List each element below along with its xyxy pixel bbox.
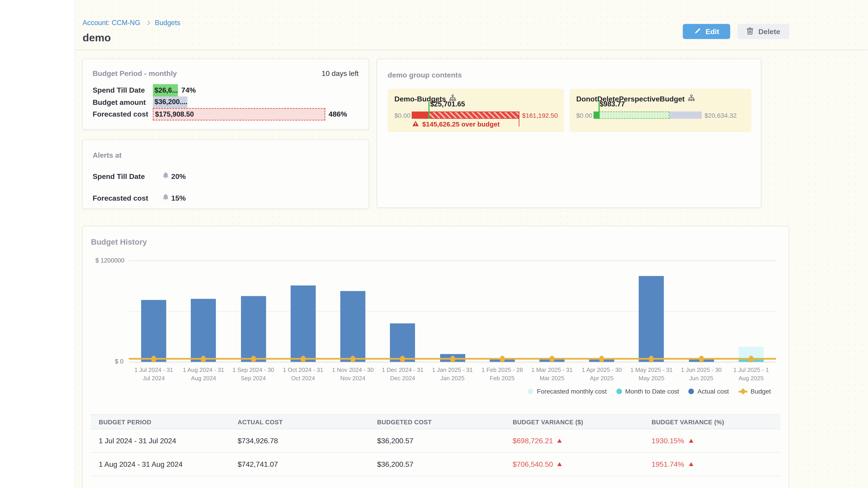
spent-segment bbox=[594, 111, 599, 119]
legend-label: Actual cost bbox=[698, 388, 729, 395]
edit-button[interactable]: Edit bbox=[683, 24, 730, 39]
alerts-card: Alerts at Spend Till Date 20% Forecasted… bbox=[82, 139, 369, 209]
forecasted-cost-percent: 486% bbox=[329, 110, 347, 119]
spend-till-date-bar: $26,6... bbox=[153, 84, 178, 96]
over-budget-segment bbox=[429, 111, 520, 119]
cell-variance-usd: $706,540.50 bbox=[505, 460, 644, 468]
arrow-up-icon bbox=[557, 439, 562, 443]
chart-slot bbox=[328, 260, 378, 362]
budget-item-donot-delete[interactable]: DonotDeletePerspectiveBudget $983.77 $0.… bbox=[569, 89, 752, 132]
col-header-actual-cost: ACTUAL COST bbox=[230, 418, 369, 425]
demo-budgets-min-label: $0.00 bbox=[395, 112, 412, 119]
table-row: 1 Jul 2024 - 31 Jul 2024 $734,926.78 $36… bbox=[91, 429, 780, 453]
budget-history-table: BUDGET PERIOD ACTUAL COST BUDGETED COST … bbox=[91, 414, 780, 476]
hierarchy-icon bbox=[688, 94, 695, 103]
donot-delete-max-label: $20,634.32 bbox=[705, 112, 737, 119]
alert-forecast-label: Forecasted cost bbox=[93, 194, 162, 202]
budget-marker bbox=[550, 355, 555, 362]
x-axis-label: 1 Mar 2025 - 31 Mar 2025 bbox=[527, 366, 577, 383]
x-axis-labels: 1 Jul 2024 - 31 Jul 20241 Aug 2024 - 31 … bbox=[129, 366, 776, 383]
chart-slot bbox=[477, 260, 527, 362]
budget-history-chart: $ 1200000 $ 0 1 Jul 2024 - 31 Jul 20241 … bbox=[83, 248, 789, 410]
x-axis-label: 1 Aug 2024 - 31 Aug 2024 bbox=[179, 366, 228, 383]
chart-slot bbox=[627, 260, 676, 362]
warning-triangle-icon bbox=[412, 121, 419, 128]
budget-amount-label: Budget amount bbox=[93, 98, 153, 106]
cell-actual-cost: $742,741.07 bbox=[230, 460, 369, 468]
budget-detail-page: Account: CCM-NG Budgets demo Edit Delete… bbox=[0, 0, 868, 488]
x-axis-label: 1 Jul 2024 - 31 Jul 2024 bbox=[129, 366, 179, 383]
spend-marker-line bbox=[598, 102, 600, 119]
y-axis-tick-zero: $ 0 bbox=[115, 358, 123, 365]
page-title: demo bbox=[83, 32, 111, 44]
forecasted-cost-row: Forecasted cost $175,908.50 486% bbox=[93, 108, 359, 120]
x-axis-label: 1 Jan 2025 - 31 Jan 2025 bbox=[428, 366, 477, 383]
over-budget-alert-text: $145,626.25 over budget bbox=[422, 121, 500, 128]
legend-item-forecasted-monthly-cost[interactable]: Forecasted monthly cost bbox=[528, 388, 607, 395]
demo-budgets-status-bar bbox=[412, 111, 519, 119]
actual-cost-bar bbox=[290, 286, 315, 362]
cell-budgeted-cost: $36,200.57 bbox=[369, 460, 505, 468]
chart-slot bbox=[428, 260, 477, 362]
alert-row-spend: Spend Till Date 20% bbox=[93, 172, 359, 181]
cell-variance-usd: $698,726.21 bbox=[505, 436, 644, 445]
demo-budgets-max-label: $161,192.50 bbox=[522, 112, 558, 119]
spend-till-date-percent: 74% bbox=[181, 86, 196, 94]
cell-period: 1 Jul 2024 - 31 Jul 2024 bbox=[91, 436, 230, 445]
donot-delete-min-label: $0.00 bbox=[576, 112, 594, 119]
alert-spend-label: Spend Till Date bbox=[93, 172, 162, 180]
budget-period-card: Budget Period - monthly 10 days left Spe… bbox=[82, 59, 369, 130]
legend-item-actual-cost[interactable]: Actual cost bbox=[688, 388, 729, 395]
chevron-right-icon bbox=[145, 21, 150, 25]
demo-budgets-spend-value: $25,701.65 bbox=[430, 100, 465, 108]
chart-legend: Forecasted monthly cost Month to Date co… bbox=[528, 388, 771, 395]
budget-item-demo-budgets[interactable]: Demo-Budgets $25,701.65 $0.00 $161,192.5… bbox=[388, 89, 564, 132]
col-header-budget-period: BUDGET PERIOD bbox=[91, 418, 230, 425]
arrow-up-icon bbox=[689, 462, 693, 466]
chart-slot bbox=[676, 260, 726, 362]
delete-button[interactable]: Delete bbox=[737, 24, 789, 39]
budget-period-title: Budget Period - monthly bbox=[93, 69, 177, 77]
donot-delete-status-bar bbox=[594, 111, 702, 119]
edit-button-label: Edit bbox=[706, 27, 719, 36]
col-header-budget-variance-pct: BUDGET VARIANCE (%) bbox=[644, 418, 780, 425]
actual-swatch-icon bbox=[688, 389, 694, 394]
donot-delete-name: DonotDeletePerspectiveBudget bbox=[576, 94, 685, 103]
cell-variance-pct: 1930.15% bbox=[644, 436, 780, 445]
remaining-segment bbox=[669, 111, 702, 119]
actual-cost-bar bbox=[241, 296, 266, 362]
budget-amount-bar: $36,200.... bbox=[153, 96, 187, 108]
over-budget-end-line bbox=[519, 111, 520, 127]
delete-button-label: Delete bbox=[758, 27, 780, 36]
breadcrumb-budgets-link[interactable]: Budgets bbox=[155, 19, 180, 27]
chart-slot bbox=[278, 260, 328, 362]
chart-slot bbox=[577, 260, 627, 362]
spent-segment bbox=[412, 111, 429, 119]
bell-icon bbox=[162, 193, 169, 202]
arrow-up-icon bbox=[689, 439, 693, 443]
legend-item-month-to-date-cost[interactable]: Month to Date cost bbox=[616, 388, 679, 395]
chart-slot bbox=[179, 260, 228, 362]
chart-slot bbox=[378, 260, 428, 362]
spend-marker-line bbox=[428, 102, 430, 119]
legend-label: Forecasted monthly cost bbox=[537, 388, 607, 395]
table-row: 1 Aug 2024 - 31 Aug 2024 $742,741.07 $36… bbox=[91, 453, 780, 476]
mtd-swatch-icon bbox=[616, 389, 622, 394]
group-contents-title: demo group contents bbox=[388, 71, 462, 79]
days-left-label: 10 days left bbox=[322, 69, 359, 77]
breadcrumb-account-link[interactable]: Account: CCM-NG bbox=[83, 19, 140, 27]
x-axis-label: 1 Sep 2024 - 30 Sep 2024 bbox=[228, 366, 278, 383]
chart-plot bbox=[129, 260, 776, 362]
budget-marker bbox=[500, 355, 504, 362]
budget-marker bbox=[699, 355, 704, 362]
budget-history-card: Budget History $ 1200000 $ 0 1 Jul 2024 … bbox=[82, 226, 789, 488]
budget-marker bbox=[301, 355, 306, 362]
alert-forecast-value: 15% bbox=[171, 194, 186, 202]
group-contents-card: demo group contents Demo-Budgets $25,701… bbox=[377, 59, 762, 208]
spend-till-date-row: Spend Till Date $26,6... 74% bbox=[93, 84, 359, 96]
budget-history-title: Budget History bbox=[91, 237, 147, 246]
alerts-title: Alerts at bbox=[93, 151, 122, 160]
legend-item-budget[interactable]: Budget bbox=[738, 388, 771, 395]
table-header-row: BUDGET PERIOD ACTUAL COST BUDGETED COST … bbox=[91, 414, 780, 429]
bell-icon bbox=[162, 172, 169, 181]
